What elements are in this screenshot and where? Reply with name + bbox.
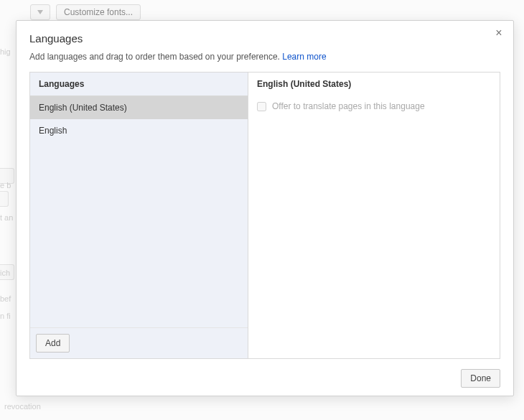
translate-option-row: Offer to translate pages in this languag… bbox=[248, 95, 500, 117]
bg-pill bbox=[0, 191, 9, 207]
dialog-subhead: Add languages and drag to order them bas… bbox=[29, 52, 500, 62]
customize-fonts-button: Customize fonts... bbox=[56, 4, 141, 20]
language-item[interactable]: English (United States) bbox=[30, 96, 248, 119]
add-language-button[interactable]: Add bbox=[36, 334, 70, 353]
languages-panel: Languages English (United States) Englis… bbox=[29, 72, 500, 359]
customize-fonts-label: Customize fonts... bbox=[64, 7, 133, 17]
language-item-label: English bbox=[39, 126, 67, 136]
bg-fragment: t an bbox=[0, 213, 13, 222]
close-button[interactable]: × bbox=[493, 28, 505, 39]
close-icon: × bbox=[495, 27, 502, 39]
language-item-label: English (United States) bbox=[39, 103, 127, 113]
bg-fragment: bef bbox=[0, 294, 11, 303]
done-button[interactable]: Done bbox=[461, 369, 500, 388]
languages-dialog: × Languages Add languages and drag to or… bbox=[16, 20, 514, 396]
translate-label: Offer to translate pages in this languag… bbox=[272, 101, 425, 111]
bg-fragment: ich bbox=[0, 269, 10, 277]
add-row: Add bbox=[30, 327, 248, 358]
subhead-text: Add languages and drag to order them bas… bbox=[29, 52, 282, 62]
language-details-column: English (United States) Offer to transla… bbox=[248, 73, 500, 358]
language-item[interactable]: English bbox=[30, 119, 248, 142]
selected-language-header: English (United States) bbox=[248, 73, 500, 95]
bg-fragment: hig bbox=[0, 47, 11, 56]
bg-dropdown-button bbox=[30, 4, 50, 20]
bg-fragment: e b bbox=[0, 181, 11, 190]
bg-fragment: revocation bbox=[4, 402, 41, 411]
dialog-title: Languages bbox=[29, 32, 500, 45]
caret-down-icon bbox=[37, 10, 43, 14]
languages-list: English (United States) English bbox=[30, 96, 248, 327]
languages-list-column: Languages English (United States) Englis… bbox=[30, 73, 248, 358]
translate-checkbox[interactable] bbox=[257, 102, 266, 111]
bg-fragment: n fi bbox=[0, 312, 11, 320]
languages-list-header: Languages bbox=[30, 73, 248, 96]
dialog-footer: Done bbox=[29, 359, 500, 388]
learn-more-link[interactable]: Learn more bbox=[282, 52, 326, 62]
